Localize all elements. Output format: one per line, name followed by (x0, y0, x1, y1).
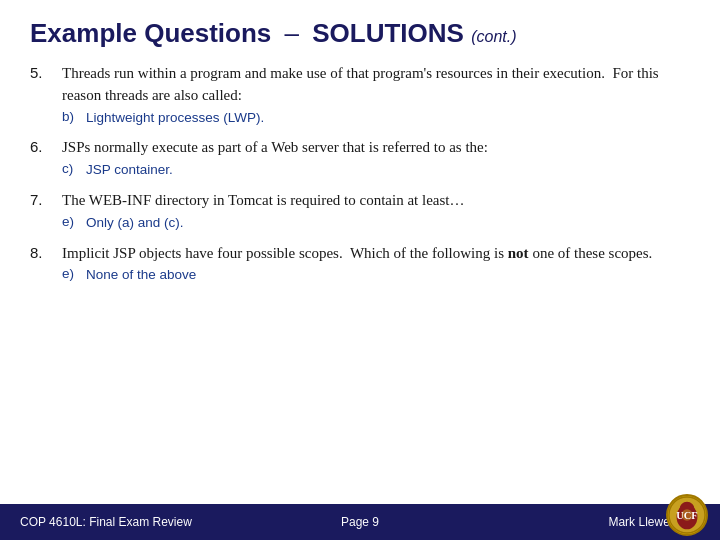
answer-label-5b: b) (62, 109, 86, 124)
answer-text-6c: JSP container. (86, 161, 173, 180)
question-row-6: 6. JSPs normally execute as part of a We… (30, 137, 690, 159)
answer-text-8e: None of the above (86, 266, 196, 285)
question-row-8: 8. Implicit JSP objects have four possib… (30, 243, 690, 265)
question-block-8: 8. Implicit JSP objects have four possib… (30, 243, 690, 286)
answer-row-5b: b) Lightweight processes (LWP). (62, 109, 690, 128)
answer-row-7e: e) Only (a) and (c). (62, 214, 690, 233)
answer-text-5b: Lightweight processes (LWP). (86, 109, 264, 128)
question-number-8: 8. (30, 243, 62, 261)
question-text-8-bold: not (508, 245, 529, 261)
question-row-5: 5. Threads run within a program and make… (30, 63, 690, 107)
question-text-7: The WEB-INF directory in Tomcat is requi… (62, 190, 690, 212)
title-cont: (cont.) (471, 28, 516, 45)
answer-text-7e: Only (a) and (c). (86, 214, 184, 233)
slide-title: Example Questions – SOLUTIONS (cont.) (30, 18, 690, 49)
answer-label-6c: c) (62, 161, 86, 176)
answer-row-6c: c) JSP container. (62, 161, 690, 180)
footer-page: Page 9 (341, 515, 379, 529)
question-block-7: 7. The WEB-INF directory in Tomcat is re… (30, 190, 690, 233)
question-block-6: 6. JSPs normally execute as part of a We… (30, 137, 690, 180)
slide-content: 5. Threads run within a program and make… (0, 59, 720, 504)
title-subtitle: SOLUTIONS (312, 18, 464, 48)
question-block-5: 5. Threads run within a program and make… (30, 63, 690, 127)
question-text-5: Threads run within a program and make us… (62, 63, 690, 107)
slide-footer: COP 4610L: Final Exam Review Page 9 Mark… (0, 504, 720, 540)
footer-course: COP 4610L: Final Exam Review (20, 515, 192, 529)
title-dash: – (285, 18, 299, 48)
question-number-6: 6. (30, 137, 62, 155)
logo-circle: UCF (666, 494, 708, 536)
svg-text:UCF: UCF (676, 510, 697, 521)
answer-label-8e: e) (62, 266, 86, 281)
question-text-8: Implicit JSP objects have four possible … (62, 243, 690, 265)
question-row-7: 7. The WEB-INF directory in Tomcat is re… (30, 190, 690, 212)
footer-logo: UCF (666, 494, 710, 538)
slide-header: Example Questions – SOLUTIONS (cont.) (0, 0, 720, 59)
title-main: Example Questions (30, 18, 271, 48)
slide: Example Questions – SOLUTIONS (cont.) 5.… (0, 0, 720, 540)
question-text-6: JSPs normally execute as part of a Web s… (62, 137, 690, 159)
question-number-5: 5. (30, 63, 62, 81)
question-number-7: 7. (30, 190, 62, 208)
answer-row-8e: e) None of the above (62, 266, 690, 285)
answer-label-7e: e) (62, 214, 86, 229)
logo-svg: UCF (668, 495, 706, 535)
